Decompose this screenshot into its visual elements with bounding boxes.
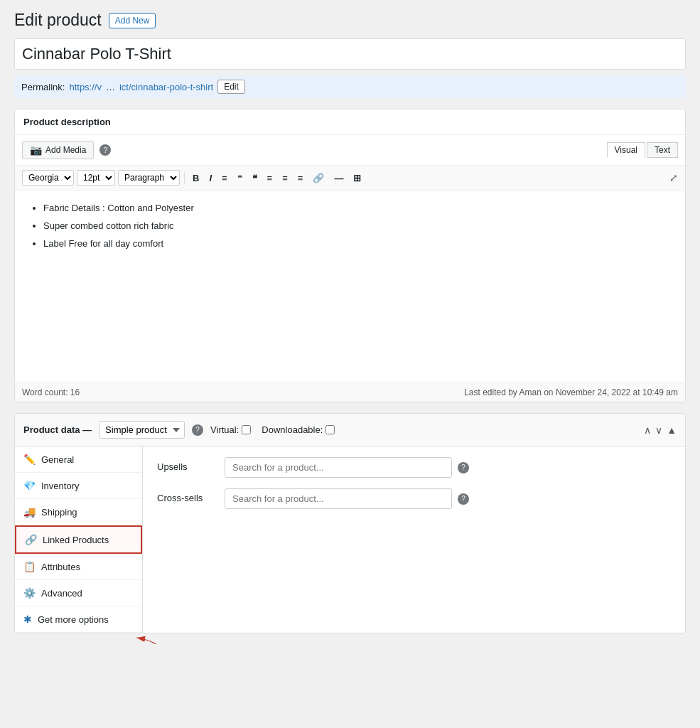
get-more-options-icon: ✱ [23,614,32,625]
downloadable-label[interactable]: Downloadable: [262,424,335,435]
add-media-label: Add Media [45,145,86,155]
upsells-search-input[interactable] [225,457,452,478]
editor-toolbar-top: 📷 Add Media ? Visual Text [15,135,685,166]
horizontal-rule-button[interactable]: — [330,171,347,185]
editor-footer: Word count: 16 Last edited by Aman on No… [15,382,685,402]
attributes-label: Attributes [41,562,80,572]
shipping-label: Shipping [41,507,77,518]
inventory-icon: 💎 [23,480,36,491]
page-title: Edit product [14,11,102,30]
product-title-input[interactable] [14,38,686,70]
product-data-header: Product data — Simple product ? Virtual:… [15,414,685,446]
permalink-url-end[interactable]: ict/cinnabar-polo-t-shirt [119,82,213,92]
edit-permalink-button[interactable]: Edit [217,80,245,94]
product-data-nav: ✏️ General 💎 Inventory 🚚 Shipping 🔗 Link… [15,446,143,633]
shipping-icon: 🚚 [23,506,36,518]
crosssells-field: Cross-sells ? [157,488,671,509]
sidebar-item-advanced[interactable]: ⚙️ Advanced [15,580,142,606]
advanced-label: Advanced [41,588,82,599]
sidebar-item-shipping[interactable]: 🚚 Shipping [15,499,142,525]
last-edited: Last edited by Aman on November 24, 2022… [464,387,678,397]
product-data-box: Product data — Simple product ? Virtual:… [14,413,686,633]
get-more-options-label: Get more options [38,614,109,625]
virtual-label[interactable]: Virtual: [210,424,251,435]
italic-button[interactable]: I [205,171,215,185]
permalink-bar: Permalink: https://v … ict/cinnabar-polo… [14,75,686,98]
close-section-button[interactable]: ▲ [667,424,677,436]
add-media-button[interactable]: 📷 Add Media [22,141,94,159]
permalink-ellipsis: … [106,82,115,92]
ordered-list-button[interactable]: ⁼ [234,171,246,185]
permalink-label: Permalink: [21,82,65,92]
product-data-content: Upsells ? Cross-sells ? [143,446,685,633]
permalink-url-start[interactable]: https://v [69,82,102,92]
description-item-2: Super combed cotton rich fabric [43,219,674,234]
description-header: Product description [15,109,685,135]
attributes-icon: 📋 [23,561,36,572]
advanced-icon: ⚙️ [23,587,36,599]
blockquote-button[interactable]: ❝ [249,171,261,185]
link-button[interactable]: 🔗 [309,171,328,185]
downloadable-checkbox[interactable] [325,425,335,434]
crosssells-help-icon[interactable]: ? [458,493,469,505]
add-new-button[interactable]: Add New [109,13,156,28]
table-button[interactable]: ⊞ [350,171,365,185]
word-count: Word count: 16 [22,387,80,397]
collapse-up-button[interactable]: ∧ [644,424,651,436]
crosssells-input-wrap: ? [225,488,469,509]
sidebar-item-attributes[interactable]: 📋 Attributes [15,554,142,580]
collapse-down-button[interactable]: ∨ [655,424,662,436]
expand-icon[interactable]: ⤢ [669,172,678,183]
general-label: General [41,454,74,465]
font-family-select[interactable]: Georgia [22,170,74,186]
inventory-label: Inventory [41,481,79,491]
crosssells-label: Cross-sells [157,488,214,503]
description-box: Product description 📷 Add Media ? Visual… [14,109,686,402]
unordered-list-button[interactable]: ≡ [218,171,231,185]
media-icon: 📷 [30,144,42,156]
description-item-1: Fabric Details : Cotton and Polyester [43,201,674,216]
linked-products-label: Linked Products [43,535,109,545]
upsells-field: Upsells ? [157,457,671,478]
virtual-downloadable: Virtual: Downloadable: [210,424,335,435]
general-icon: ✏️ [23,454,36,465]
align-right-button[interactable]: ≡ [294,171,307,185]
product-data-actions: ∧ ∨ ▲ [644,424,677,436]
product-data-label: Product data — [23,424,92,435]
crosssells-search-input[interactable] [225,488,452,509]
description-item-3: Label Free for all day comfort [43,237,674,252]
virtual-checkbox[interactable] [242,425,251,434]
font-size-select[interactable]: 12pt [77,170,115,186]
sidebar-item-get-more-options[interactable]: ✱ Get more options [15,606,142,633]
align-center-button[interactable]: ≡ [279,171,291,185]
upsells-help-icon[interactable]: ? [458,462,469,473]
editor-content[interactable]: Fabric Details : Cotton and Polyester Su… [15,191,685,382]
product-data-help-icon[interactable]: ? [192,424,203,436]
sidebar-item-linked-products[interactable]: 🔗 Linked Products [15,525,142,554]
visual-tab[interactable]: Visual [607,142,645,158]
product-type-select[interactable]: Simple product [99,421,185,439]
upsells-input-wrap: ? [225,457,469,478]
page-header: Edit product Add New [14,11,686,30]
description-list: Fabric Details : Cotton and Polyester Su… [43,201,674,251]
editor-format-bar: Georgia 12pt Paragraph B I ≡ ⁼ ❝ ≡ ≡ ≡ 🔗… [15,166,685,191]
visual-text-tabs: Visual Text [607,142,678,158]
sidebar-item-inventory[interactable]: 💎 Inventory [15,473,142,499]
text-tab[interactable]: Text [647,142,678,158]
linked-products-icon: 🔗 [25,534,37,545]
sidebar-item-general[interactable]: ✏️ General [15,446,142,473]
align-left-button[interactable]: ≡ [264,171,276,185]
help-icon[interactable]: ? [99,144,111,156]
product-data-body: ✏️ General 💎 Inventory 🚚 Shipping 🔗 Link… [15,446,685,633]
upsells-label: Upsells [157,457,214,472]
paragraph-select[interactable]: Paragraph [118,170,180,186]
bold-button[interactable]: B [189,171,203,185]
format-separator-1 [184,171,185,184]
